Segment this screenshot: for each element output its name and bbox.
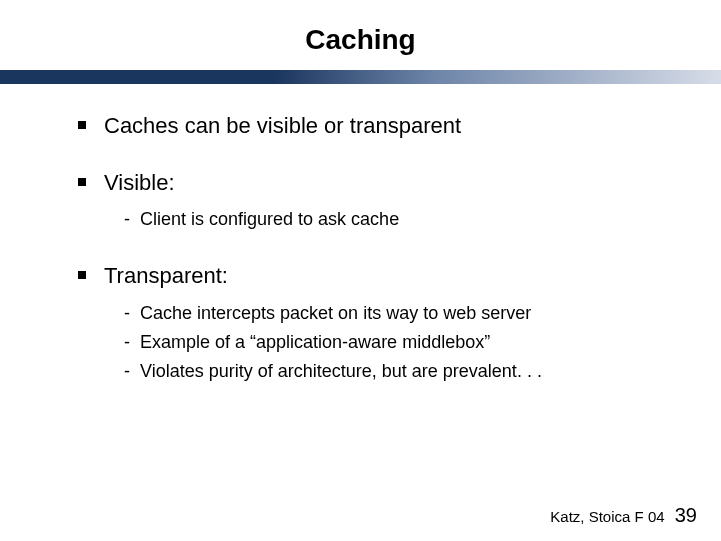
sub-text: Client is configured to ask cache [140, 207, 399, 232]
sub-item: - Violates purity of architecture, but a… [124, 359, 661, 384]
dash-icon: - [124, 301, 130, 326]
dash-icon: - [124, 330, 130, 355]
sub-text: Violates purity of architecture, but are… [140, 359, 542, 384]
square-bullet-icon [78, 121, 86, 129]
footer-author: Katz, Stoica F 04 [550, 508, 664, 525]
slide-footer: Katz, Stoica F 04 39 [550, 504, 697, 527]
slide-content: Caches can be visible or transparent Vis… [0, 84, 721, 385]
bullet-item: Caches can be visible or transparent [78, 112, 661, 141]
bullet-text: Transparent: [104, 262, 228, 291]
sub-item: - Client is configured to ask cache [124, 207, 661, 232]
sub-text: Cache intercepts packet on its way to we… [140, 301, 531, 326]
divider-bar [0, 70, 721, 84]
sub-text: Example of a “application-aware middlebo… [140, 330, 490, 355]
footer-page-number: 39 [675, 504, 697, 526]
sub-item: - Example of a “application-aware middle… [124, 330, 661, 355]
sub-item: - Cache intercepts packet on its way to … [124, 301, 661, 326]
bullet-item: Transparent: [78, 262, 661, 291]
bullet-item: Visible: [78, 169, 661, 198]
square-bullet-icon [78, 178, 86, 186]
dash-icon: - [124, 359, 130, 384]
sub-list: - Cache intercepts packet on its way to … [124, 301, 661, 385]
slide: Caching Caches can be visible or transpa… [0, 0, 721, 541]
slide-title: Caching [0, 0, 721, 70]
dash-icon: - [124, 207, 130, 232]
square-bullet-icon [78, 271, 86, 279]
bullet-text: Caches can be visible or transparent [104, 112, 461, 141]
bullet-text: Visible: [104, 169, 175, 198]
sub-list: - Client is configured to ask cache [124, 207, 661, 232]
